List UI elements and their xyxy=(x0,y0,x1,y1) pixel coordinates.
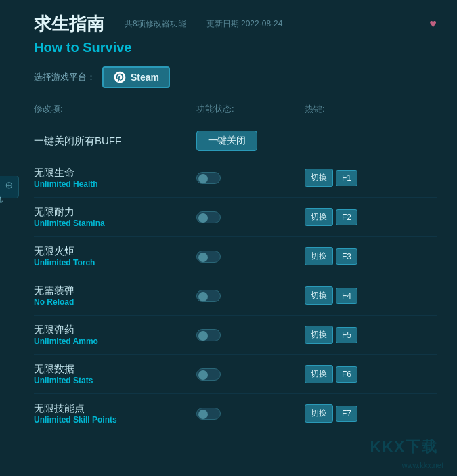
hotkey-group-1: 切换 F2 xyxy=(305,208,437,226)
steam-logo-icon xyxy=(113,70,127,84)
one-key-status-cell: 一键关闭 xyxy=(196,131,305,151)
feature-name-cn-3: 无需装弹 xyxy=(34,284,196,297)
feature-row: 无限火炬 Unlimited Torch 切换 F3 xyxy=(34,237,437,276)
toggle-thumb-4 xyxy=(198,331,208,341)
toggle-switch-1[interactable] xyxy=(196,211,221,223)
hotkey-key-5: F6 xyxy=(336,366,357,383)
side-tab[interactable]: ⊕ 角色 xyxy=(0,176,19,198)
steam-button-label: Steam xyxy=(131,72,159,83)
feature-row: 无限数据 Unlimited Stats 切换 F6 xyxy=(34,355,437,394)
side-tab-label: 角色 xyxy=(0,186,4,188)
toggle-switch-5[interactable] xyxy=(196,368,221,381)
hotkey-group-4: 切换 F5 xyxy=(305,326,437,344)
feature-name-cell-1: 无限耐力 Unlimited Stamina xyxy=(34,206,196,228)
hotkey-key-4: F5 xyxy=(336,327,357,343)
platform-label: 选择游戏平台： xyxy=(34,71,95,83)
feature-name-cell-3: 无需装弹 No Reload xyxy=(34,284,196,307)
header-meta-count: 共8项修改器功能 xyxy=(125,18,186,30)
toggle-thumb-5 xyxy=(198,370,208,380)
hotkey-switch-button-2[interactable]: 切换 xyxy=(305,247,333,265)
hotkey-switch-button-1[interactable]: 切换 xyxy=(305,208,333,226)
favorite-heart-icon[interactable]: ♥ xyxy=(429,17,437,31)
toggle-thumb-2 xyxy=(198,253,208,262)
side-tab-icon: ⊕ xyxy=(4,181,15,190)
main-container: ⊕ 角色 求生指南 共8项修改器功能 更新日期:2022-08-24 ♥ How… xyxy=(0,0,457,476)
toggle-switch-2[interactable] xyxy=(196,251,221,263)
hotkey-switch-button-6[interactable]: 切换 xyxy=(305,404,333,423)
header-row: 求生指南 共8项修改器功能 更新日期:2022-08-24 ♥ xyxy=(34,12,437,36)
hotkey-switch-button-0[interactable]: 切换 xyxy=(305,169,333,187)
feature-toggle-cell-1 xyxy=(196,211,305,223)
feature-row: 无限技能点 Unlimited Skill Points 切换 F7 xyxy=(34,394,437,433)
feature-name-cn-6: 无限技能点 xyxy=(34,402,196,415)
feature-row: 无限弹药 Unlimited Ammo 切换 F5 xyxy=(34,316,437,355)
feature-toggle-cell-6 xyxy=(196,408,305,420)
feature-name-cn-1: 无限耐力 xyxy=(34,206,196,219)
one-key-row: 一键关闭所有BUFF 一键关闭 xyxy=(34,124,437,158)
feature-name-en-0: Unlimited Health xyxy=(34,179,196,189)
feature-row: 无需装弹 No Reload 切换 F4 xyxy=(34,276,437,316)
feature-name-cell-5: 无限数据 Unlimited Stats xyxy=(34,363,196,385)
feature-name-cell-2: 无限火炬 Unlimited Torch xyxy=(34,245,196,267)
toggle-thumb-0 xyxy=(198,174,208,183)
toggle-switch-6[interactable] xyxy=(196,408,221,420)
toggle-track-1 xyxy=(196,211,221,223)
hotkey-key-1: F2 xyxy=(336,209,357,225)
feature-name-en-5: Unlimited Stats xyxy=(34,376,196,385)
hotkey-group-5: 切换 F6 xyxy=(305,365,437,383)
toggle-track-5 xyxy=(196,368,221,381)
feature-name-en-6: Unlimited Skill Points xyxy=(34,415,196,425)
hotkey-group-0: 切换 F1 xyxy=(305,169,437,187)
toggle-switch-4[interactable] xyxy=(196,329,221,341)
feature-name-cell-4: 无限弹药 Unlimited Ammo xyxy=(34,324,196,346)
toggle-track-2 xyxy=(196,251,221,263)
feature-name-en-2: Unlimited Torch xyxy=(34,258,196,267)
hotkey-switch-button-5[interactable]: 切换 xyxy=(305,365,333,383)
col-header-status: 功能状态: xyxy=(196,103,305,115)
one-key-button[interactable]: 一键关闭 xyxy=(196,131,257,151)
feature-name-cn-5: 无限数据 xyxy=(34,363,196,376)
feature-name-en-4: Unlimited Ammo xyxy=(34,337,196,346)
feature-toggle-cell-0 xyxy=(196,172,305,184)
col-header-hotkey: 热键: xyxy=(305,103,437,115)
feature-list: 无限生命 Unlimited Health 切换 F1 无限耐力 Unlimit… xyxy=(34,158,437,433)
column-headers: 修改项: 功能状态: 热键: xyxy=(34,103,437,121)
toggle-track-0 xyxy=(196,172,221,184)
toggle-track-4 xyxy=(196,329,221,341)
feature-toggle-cell-3 xyxy=(196,290,305,302)
hotkey-group-2: 切换 F3 xyxy=(305,247,437,265)
hotkey-key-3: F4 xyxy=(336,288,357,304)
hotkey-group-6: 切换 F7 xyxy=(305,404,437,423)
feature-name-cn-2: 无限火炬 xyxy=(34,245,196,258)
col-header-feature: 修改项: xyxy=(34,103,196,115)
platform-steam-button[interactable]: Steam xyxy=(102,66,170,88)
hotkey-key-6: F7 xyxy=(336,406,357,422)
toggle-track-6 xyxy=(196,408,221,420)
hotkey-group-3: 切换 F4 xyxy=(305,286,437,305)
feature-name-en-1: Unlimited Stamina xyxy=(34,219,196,228)
hotkey-switch-button-3[interactable]: 切换 xyxy=(305,286,333,305)
feature-name-en-3: No Reload xyxy=(34,297,196,307)
hotkey-switch-button-4[interactable]: 切换 xyxy=(305,326,333,344)
hotkey-key-0: F1 xyxy=(336,170,357,186)
toggle-thumb-6 xyxy=(198,410,208,419)
feature-toggle-cell-4 xyxy=(196,329,305,341)
feature-name-cell-6: 无限技能点 Unlimited Skill Points xyxy=(34,402,196,425)
toggle-switch-0[interactable] xyxy=(196,172,221,184)
feature-name-cn-4: 无限弹药 xyxy=(34,324,196,337)
feature-name-cn-0: 无限生命 xyxy=(34,167,196,179)
feature-toggle-cell-5 xyxy=(196,368,305,381)
feature-toggle-cell-2 xyxy=(196,251,305,263)
watermark-kkx: KKX下载 xyxy=(370,437,438,457)
toggle-thumb-1 xyxy=(198,213,208,223)
toggle-thumb-3 xyxy=(198,292,208,301)
platform-row: 选择游戏平台： Steam xyxy=(34,66,437,88)
toggle-switch-3[interactable] xyxy=(196,290,221,302)
feature-row: 无限生命 Unlimited Health 切换 F1 xyxy=(34,158,437,198)
watermark-url: www.kkx.net xyxy=(402,461,443,469)
feature-name-cell-0: 无限生命 Unlimited Health xyxy=(34,167,196,189)
feature-row: 无限耐力 Unlimited Stamina 切换 F2 xyxy=(34,198,437,237)
header-meta-date: 更新日期:2022-08-24 xyxy=(206,18,283,30)
one-key-label: 一键关闭所有BUFF xyxy=(34,135,196,148)
game-title-en: How to Survive xyxy=(34,40,437,56)
